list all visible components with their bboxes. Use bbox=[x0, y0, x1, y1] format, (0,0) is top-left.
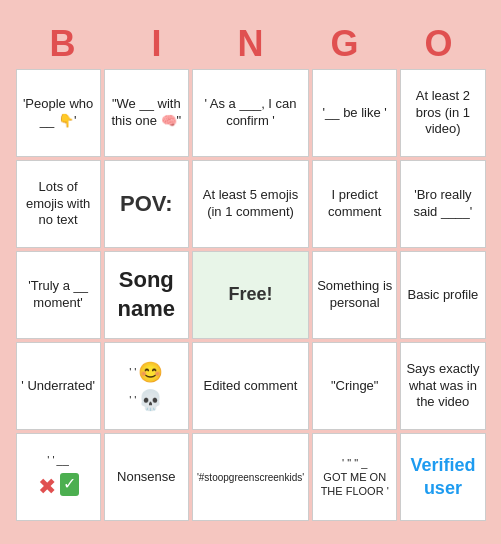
cell-b4: ' Underrated' bbox=[16, 342, 101, 430]
checkmark-icon: ✓ bbox=[60, 473, 79, 496]
cell-n1-text: ' As a ___, I can confirm ' bbox=[197, 96, 304, 130]
cell-g4: "Cringe" bbox=[312, 342, 397, 430]
smile-emoji: 😊 bbox=[138, 359, 163, 385]
cell-n4-text: Edited comment bbox=[204, 378, 298, 395]
cell-b2: Lots of emojis with no text bbox=[16, 160, 101, 248]
cell-o2: 'Bro really said ____' bbox=[400, 160, 485, 248]
cell-b3-text: 'Truly a __moment' bbox=[28, 278, 88, 312]
emoji-bottom-row: ' ' 💀 bbox=[129, 387, 163, 413]
bingo-card: B I N G O 'People who __ 👇' "We __ with … bbox=[6, 13, 496, 531]
cell-b5: ' ' __ ✖ ✓ bbox=[16, 433, 101, 521]
cell-o3-text: Basic profile bbox=[407, 287, 478, 304]
cell-o1-text: At least 2 bros (in 1 video) bbox=[405, 88, 480, 139]
cell-g1: '__ be like ' bbox=[312, 69, 397, 157]
cell-o4-text: Says exactly what was in the video bbox=[405, 361, 480, 412]
quote-mark-left: ' ' bbox=[47, 453, 54, 467]
cell-b1: 'People who __ 👇' bbox=[16, 69, 101, 157]
cell-b3: 'Truly a __moment' bbox=[16, 251, 101, 339]
cell-n5: '#stoopgreenscreenkids' bbox=[192, 433, 309, 521]
cell-n1: ' As a ___, I can confirm ' bbox=[192, 69, 309, 157]
cell-o5: Verified user bbox=[400, 433, 485, 521]
quote-icon: ' ' bbox=[129, 365, 136, 379]
cell-o1: At least 2 bros (in 1 video) bbox=[400, 69, 485, 157]
cell-i5: Nonsense bbox=[104, 433, 189, 521]
cell-g4-text: "Cringe" bbox=[331, 378, 379, 395]
letter-o: O bbox=[395, 23, 483, 65]
bingo-header: B I N G O bbox=[16, 23, 486, 65]
letter-g: G bbox=[301, 23, 389, 65]
cell-b4-text: ' Underrated' bbox=[21, 378, 95, 395]
cell-i3-text: Song name bbox=[109, 266, 184, 323]
quote-icon2: ' ' bbox=[129, 393, 136, 407]
cell-g1-text: '__ be like ' bbox=[323, 105, 387, 122]
cell-i3: Song name bbox=[104, 251, 189, 339]
letter-i: I bbox=[113, 23, 201, 65]
cell-n5-text: '#stoopgreenscreenkids' bbox=[197, 471, 304, 484]
cell-i1-text: "We __ with this one 🧠" bbox=[109, 96, 184, 130]
cell-g2-text: I predict comment bbox=[317, 187, 392, 221]
cell-i2-text: POV: bbox=[120, 190, 173, 219]
cell-n2: At least 5 emojis (in 1 comment) bbox=[192, 160, 309, 248]
letter-n: N bbox=[207, 23, 295, 65]
cell-o3: Basic profile bbox=[400, 251, 485, 339]
cell-g2: I predict comment bbox=[312, 160, 397, 248]
cell-n4: Edited comment bbox=[192, 342, 309, 430]
cell-i5-text: Nonsense bbox=[117, 469, 176, 486]
x-mark-icon: ✖ bbox=[38, 473, 56, 502]
letter-b: B bbox=[19, 23, 107, 65]
cell-g5: ' " " _GOT ME ON THE FLOOR ' bbox=[312, 433, 397, 521]
cell-i1: "We __ with this one 🧠" bbox=[104, 69, 189, 157]
bingo-grid: 'People who __ 👇' "We __ with this one 🧠… bbox=[16, 69, 486, 521]
cell-n3-free: Free! bbox=[192, 251, 309, 339]
emoji-top-row: ' ' 😊 bbox=[129, 359, 163, 385]
cell-n3-text: Free! bbox=[228, 283, 272, 306]
cell-o2-text: 'Bro really said ____' bbox=[405, 187, 480, 221]
cell-n2-text: At least 5 emojis (in 1 comment) bbox=[197, 187, 304, 221]
cell-b1-text: 'People who __ 👇' bbox=[21, 96, 96, 130]
cell-b2-text: Lots of emojis with no text bbox=[21, 179, 96, 230]
cell-i2: POV: bbox=[104, 160, 189, 248]
cell-o5-text: Verified user bbox=[405, 454, 480, 501]
dash-text: __ bbox=[57, 453, 69, 467]
cell-o4: Says exactly what was in the video bbox=[400, 342, 485, 430]
cell-g3-text: Something is personal bbox=[317, 278, 392, 312]
cell-g3: Something is personal bbox=[312, 251, 397, 339]
skull-emoji: 💀 bbox=[138, 387, 163, 413]
cell-g5-text: ' " " _GOT ME ON THE FLOOR ' bbox=[317, 456, 392, 499]
cell-i4: ' ' 😊 ' ' 💀 bbox=[104, 342, 189, 430]
